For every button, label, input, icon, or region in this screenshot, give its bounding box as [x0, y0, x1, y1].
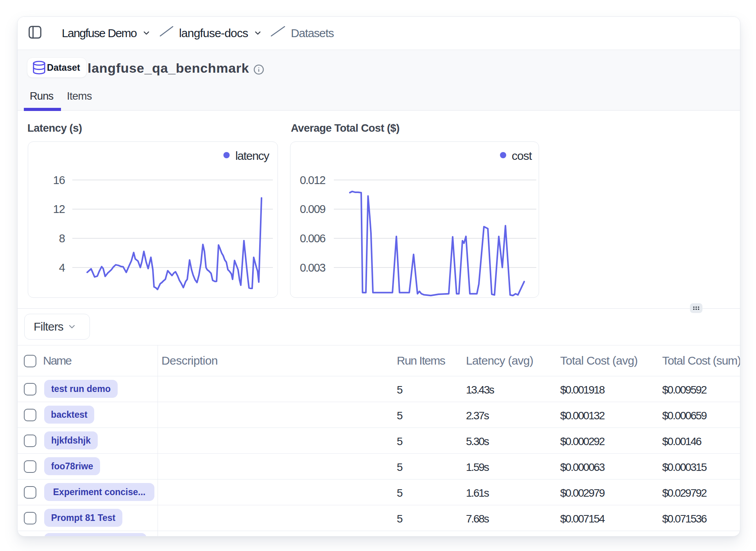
svg-text:4: 4	[59, 261, 65, 274]
svg-text:0.012: 0.012	[300, 174, 325, 186]
svg-text:latency: latency	[235, 149, 269, 162]
svg-text:16: 16	[53, 174, 65, 186]
svg-text:0.003: 0.003	[300, 261, 325, 274]
svg-text:12: 12	[53, 203, 65, 215]
svg-text:0.009: 0.009	[300, 203, 325, 215]
svg-text:8: 8	[59, 232, 65, 245]
svg-text:0.006: 0.006	[300, 232, 325, 245]
svg-text:cost: cost	[512, 149, 532, 162]
